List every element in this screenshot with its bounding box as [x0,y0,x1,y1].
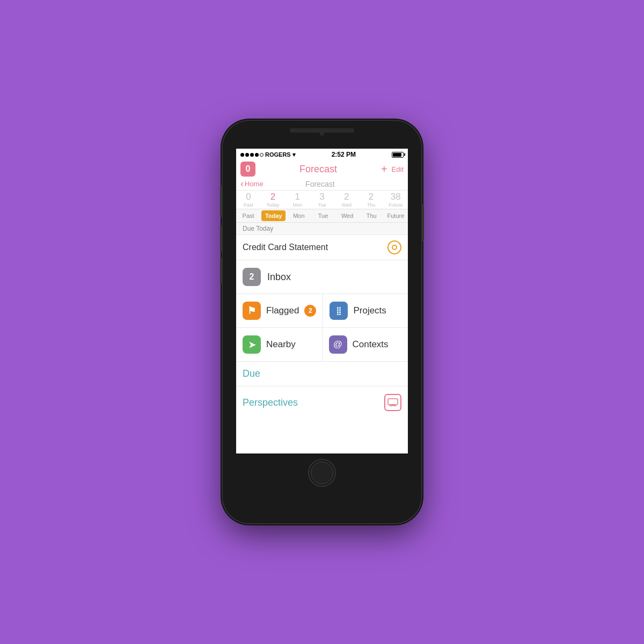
battery-icon [392,152,404,158]
status-time: 2:52 PM [332,151,356,158]
tab-mon[interactable]: Mon [287,209,311,222]
day-tab-bar: Past Today Mon Tue Wed Thu Future [236,209,408,223]
screen: ROGERS ▾ 2:52 PM 0 Forecast + Edit [236,149,408,453]
flagged-icon: ⚑ [243,302,261,320]
nav-title: Forecast [305,180,334,188]
count-mon-label: Mon [293,202,303,208]
tab-thu[interactable]: Thu [360,209,384,222]
svg-rect-0 [388,399,398,405]
count-mon[interactable]: 1 Mon [285,192,310,208]
tab-tue[interactable]: Tue [311,209,335,222]
count-mon-number: 1 [295,192,300,202]
contexts-cell[interactable]: @ Contexts [323,328,408,361]
perspectives-icon [384,394,401,411]
perspectives-label: Perspectives [243,397,298,408]
add-button[interactable]: + [381,163,387,175]
volume-down-button[interactable] [220,258,222,284]
count-thu-label: Thu [367,202,376,208]
due-row[interactable]: Due [236,362,408,386]
signal-dot-5 [260,153,264,157]
signal-dots [240,153,264,157]
task-name: Credit Card Statement [243,243,328,252]
back-arrow-icon: ‹ [240,178,244,189]
count-past-number: 0 [246,192,251,202]
phone-shell: ROGERS ▾ 2:52 PM 0 Forecast + Edit [223,121,421,523]
projects-label: Projects [353,305,386,316]
projects-cell[interactable]: ⣿ Projects [323,294,408,327]
count-wed-label: Wed [342,202,352,208]
nav-bar: ‹ Home Forecast [236,178,408,191]
count-future-number: 38 [391,192,401,202]
power-button[interactable] [422,204,424,241]
nearby-icon: ➤ [243,335,261,354]
signal-dot-1 [240,153,244,157]
count-wed[interactable]: 2 Wed [334,192,359,208]
signal-dot-4 [255,153,259,157]
wifi-icon: ▾ [292,151,296,158]
app-header: 0 Forecast + Edit [236,160,408,178]
count-today-number: 2 [270,192,275,202]
due-today-section-header: Due Today [236,223,408,235]
tab-wed[interactable]: Wed [335,209,360,222]
day-count-bar: 0 Past 2 Today 1 Mon 3 Tue 2 Wed 2 Thu [236,191,408,209]
inbox-row[interactable]: 2 Inbox [236,260,408,294]
home-button-inner [311,462,333,484]
header-right: + Edit [381,163,404,175]
tab-future[interactable]: Future [384,209,408,222]
count-thu-number: 2 [369,192,374,202]
count-thu[interactable]: 2 Thu [359,192,384,208]
count-tue-number: 3 [319,192,324,202]
signal-dot-2 [245,153,249,157]
grid-row-2: ➤ Nearby @ Contexts [236,328,408,362]
nearby-cell[interactable]: ➤ Nearby [236,328,323,361]
flagged-cell[interactable]: ⚑ Flagged 2 [236,294,323,327]
task-circle-inner [392,245,397,250]
header-title: Forecast [299,164,337,174]
task-row[interactable]: Credit Card Statement [236,235,408,260]
count-past-label: Past [244,202,253,208]
count-wed-number: 2 [344,192,349,202]
count-past[interactable]: 0 Past [236,192,261,208]
flagged-label: Flagged [266,305,299,316]
status-bar: ROGERS ▾ 2:52 PM [236,149,408,160]
count-future[interactable]: 38 Future [383,192,408,208]
flagged-badge: 2 [304,305,316,317]
signal-dot-3 [250,153,254,157]
header-badge: 0 [240,162,255,177]
projects-icon: ⣿ [330,302,348,320]
contexts-label: Contexts [353,339,389,350]
tab-past[interactable]: Past [236,209,260,222]
inbox-badge: 2 [243,268,261,286]
speaker [306,129,338,133]
carrier-label: ROGERS [265,151,291,158]
nearby-label: Nearby [266,339,296,350]
back-label: Home [245,180,264,188]
grid-row-1: ⚑ Flagged 2 ⣿ Projects [236,294,408,328]
count-today[interactable]: 2 Today [261,192,286,208]
edit-button[interactable]: Edit [392,165,404,173]
count-today-label: Today [267,202,280,208]
count-future-label: Future [389,202,402,208]
home-button[interactable] [308,459,336,487]
inbox-label: Inbox [267,272,291,283]
volume-up-button[interactable] [220,225,222,252]
back-button[interactable]: ‹ Home [240,178,264,189]
status-right [392,152,404,158]
tab-today[interactable]: Today [261,210,286,221]
contexts-icon: @ [329,335,347,354]
task-complete-circle[interactable] [387,240,401,254]
perspectives-row[interactable]: Perspectives [236,386,408,419]
count-tue-label: Tue [318,202,326,208]
status-left: ROGERS ▾ [240,151,296,158]
battery-fill [393,153,401,157]
due-label: Due [243,368,260,379]
count-tue[interactable]: 3 Tue [310,192,334,208]
